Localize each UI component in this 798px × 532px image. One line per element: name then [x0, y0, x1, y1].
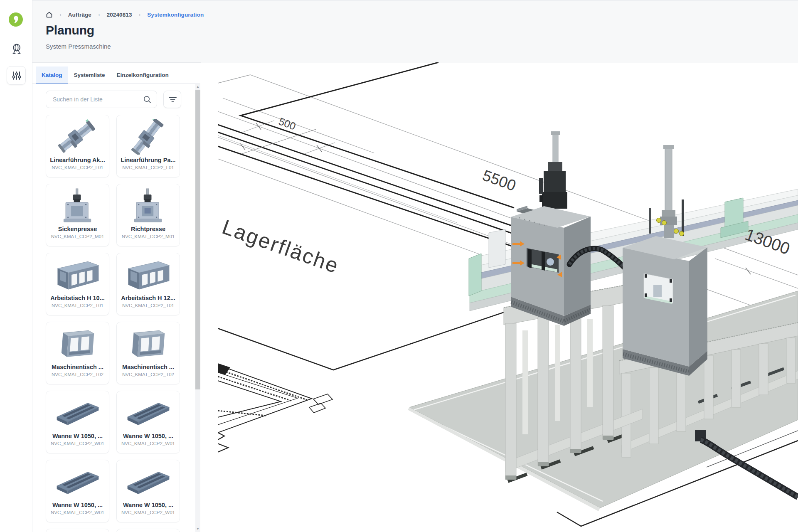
tab-systemliste[interactable]: Systemliste: [68, 66, 111, 84]
header-divider: [32, 62, 201, 63]
cad-scene: 500 5500 Lagerfläche: [218, 62, 798, 532]
part-number: NVC_KMAT_CCP2_T01: [52, 303, 103, 308]
sliders-button[interactable]: [7, 66, 26, 85]
part-name: Linearführung Pa...: [121, 157, 175, 163]
part-thumbnail: [54, 118, 101, 155]
chevron-right-icon: ›: [98, 11, 100, 18]
filter-icon: [169, 96, 177, 103]
part-thumbnail: [54, 394, 101, 431]
tab-katalog[interactable]: Katalog: [36, 66, 68, 84]
part-thumbnail: [54, 256, 101, 293]
part-number: NVC_KMAT_CCP2_W01: [51, 510, 104, 515]
app-logo-icon[interactable]: [9, 12, 23, 27]
scrollbar-thumb[interactable]: [195, 90, 200, 389]
scroll-up-icon[interactable]: ▲: [196, 85, 200, 89]
breadcrumb-auftraege[interactable]: Aufträge: [68, 12, 91, 18]
catalog-card[interactable]: SickenpresseNVC_KMAT_CCP2_M01: [46, 184, 109, 246]
catalog-card[interactable]: Linearführung Pa...NVC_KMAT_CCP2_L01: [116, 115, 180, 177]
page-title: Planung: [46, 23, 94, 37]
catalog-card[interactable]: RichtpresseNVC_KMAT_CCP2_M01: [116, 184, 180, 246]
part-number: NVC_KMAT_CCP2_T01: [122, 303, 174, 308]
scroll-down-icon[interactable]: ▼: [196, 527, 200, 531]
part-number: NVC_KMAT_CCP2_L01: [52, 165, 103, 170]
catalog-scrollbar[interactable]: ▲ ▼: [195, 84, 200, 532]
part-name: Wanne W 1050, ...: [52, 502, 103, 508]
catalog-card[interactable]: Wanne W 1050, ...NVC_KMAT_CCP2_W01: [46, 391, 109, 453]
part-number: NVC_KMAT_CCP2_T02: [52, 372, 103, 377]
part-number: NVC_KMAT_CCP2_T02: [122, 372, 174, 377]
part-name: Wanne W 1050, ...: [123, 502, 173, 508]
part-name: Arbeitstisch H 12...: [121, 295, 175, 301]
part-name: Wanne W 1050, ...: [52, 433, 103, 439]
part-name: Wanne W 1050, ...: [123, 433, 173, 439]
part-thumbnail: [125, 118, 172, 155]
catalog-card[interactable]: Maschinentisch ...NVC_KMAT_CCP2_T02: [116, 322, 180, 384]
catalog-card[interactable]: Arbeitstisch H 12...NVC_KMAT_CCP2_T01: [116, 253, 180, 315]
page-subtitle: System Pressmaschine: [46, 43, 111, 50]
search-box: [46, 91, 157, 108]
part-number: NVC_KMAT_CCP2_W01: [121, 510, 175, 515]
catalog-card-partial[interactable]: [46, 529, 109, 532]
viewport-3d[interactable]: 500 5500 Lagerfläche: [218, 62, 798, 532]
search-input[interactable]: [53, 91, 140, 107]
part-number: NVC_KMAT_CCP2_W01: [51, 441, 104, 446]
sliders-icon: [12, 71, 21, 80]
page-header: [32, 0, 798, 63]
app-sidebar: [0, 0, 32, 532]
chevron-right-icon: ›: [139, 11, 141, 18]
globe-icon[interactable]: [12, 43, 21, 55]
part-thumbnail: [125, 256, 172, 293]
part-name: Richtpresse: [131, 226, 165, 232]
part-thumbnail: [54, 325, 101, 362]
breadcrumb-order[interactable]: 20240813: [107, 12, 132, 18]
part-name: Maschinentisch ...: [52, 364, 103, 370]
chevron-right-icon: ›: [59, 11, 62, 18]
part-name: Sickenpresse: [58, 226, 97, 232]
area-label: Lagerfläche: [219, 215, 342, 278]
part-thumbnail: [54, 187, 101, 224]
part-number: NVC_KMAT_CCP2_W01: [121, 441, 175, 446]
part-number: NVC_KMAT_CCP2_M01: [122, 234, 175, 239]
catalog-card[interactable]: Arbeitstisch H 10...NVC_KMAT_CCP2_T01: [46, 253, 109, 315]
part-thumbnail: [125, 325, 172, 362]
catalog-grid: Linearführung Ak...NVC_KMAT_CCP2_L01Line…: [46, 115, 181, 532]
filter-button[interactable]: [163, 91, 181, 108]
dim-label-500: 500: [277, 115, 298, 132]
part-number: NVC_KMAT_CCP2_L01: [122, 165, 174, 170]
catalog-card-partial[interactable]: [116, 529, 180, 532]
search-icon: [143, 96, 151, 103]
catalog-card[interactable]: Wanne W 1050, ...NVC_KMAT_CCP2_W01: [46, 460, 109, 522]
tab-bar: Katalog Systemliste Einzelkonfiguration: [36, 66, 175, 84]
catalog-card[interactable]: Linearführung Ak...NVC_KMAT_CCP2_L01: [46, 115, 109, 177]
catalog-card[interactable]: Wanne W 1050, ...NVC_KMAT_CCP2_W01: [116, 391, 180, 453]
part-thumbnail: [125, 394, 172, 431]
part-thumbnail: [54, 463, 101, 500]
breadcrumb-systemkonfiguration[interactable]: Systemkonfiguration: [147, 12, 204, 18]
part-thumbnail: [125, 463, 172, 500]
part-name: Arbeitstisch H 10...: [50, 295, 105, 301]
catalog-card[interactable]: Wanne W 1050, ...NVC_KMAT_CCP2_W01: [116, 460, 180, 522]
part-number: NVC_KMAT_CCP2_M01: [51, 234, 104, 239]
tabs-divider: [32, 83, 200, 84]
tab-einzelkonfiguration[interactable]: Einzelkonfiguration: [111, 66, 175, 84]
breadcrumb: › Aufträge › 20240813 › Systemkonfigurat…: [46, 11, 204, 18]
part-name: Maschinentisch ...: [122, 364, 174, 370]
press-machine-1[interactable]: [511, 131, 591, 326]
part-name: Linearführung Ak...: [50, 157, 105, 163]
home-icon[interactable]: [46, 11, 53, 18]
catalog-card[interactable]: Maschinentisch ...NVC_KMAT_CCP2_T02: [46, 322, 109, 384]
part-thumbnail: [125, 187, 172, 224]
